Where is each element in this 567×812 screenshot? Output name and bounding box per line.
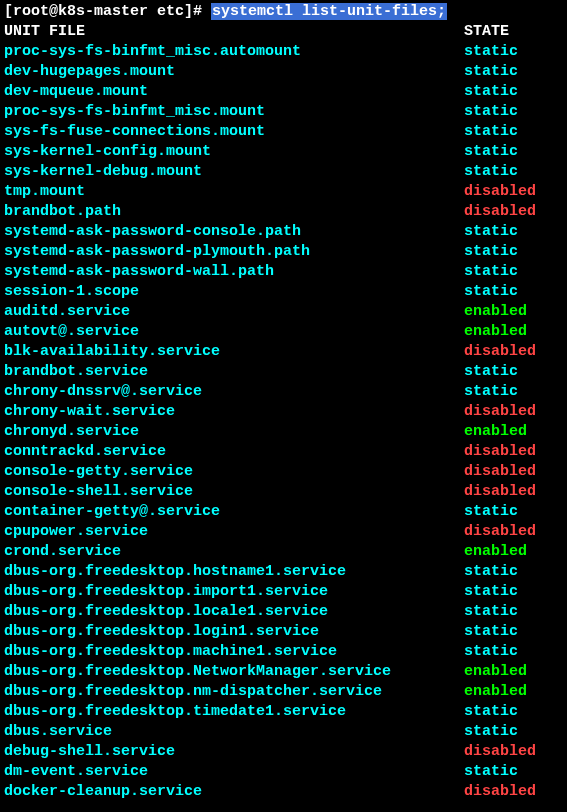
column-header-unit: UNIT FILE: [4, 22, 464, 42]
unit-file-row: cpupower.servicedisabled: [4, 522, 563, 542]
unit-file-row: console-getty.servicedisabled: [4, 462, 563, 482]
unit-file-state: disabled: [464, 742, 536, 762]
unit-file-name: dev-mqueue.mount: [4, 82, 464, 102]
shell-prompt: [root@k8s-master etc]#: [4, 3, 211, 20]
unit-file-state: enabled: [464, 682, 527, 702]
unit-file-row: crond.serviceenabled: [4, 542, 563, 562]
column-header-state: STATE: [464, 22, 509, 42]
unit-file-state: static: [464, 622, 518, 642]
unit-file-row: dbus-org.freedesktop.import1.servicestat…: [4, 582, 563, 602]
unit-file-state: static: [464, 702, 518, 722]
unit-file-row: systemd-ask-password-console.pathstatic: [4, 222, 563, 242]
unit-file-row: dbus-org.freedesktop.login1.servicestati…: [4, 622, 563, 642]
unit-file-state: static: [464, 222, 518, 242]
unit-file-state: static: [464, 642, 518, 662]
unit-file-state: enabled: [464, 302, 527, 322]
unit-file-name: crond.service: [4, 542, 464, 562]
unit-file-name: dbus-org.freedesktop.login1.service: [4, 622, 464, 642]
unit-file-name: conntrackd.service: [4, 442, 464, 462]
unit-file-name: systemd-ask-password-plymouth.path: [4, 242, 464, 262]
unit-file-name: container-getty@.service: [4, 502, 464, 522]
unit-file-name: auditd.service: [4, 302, 464, 322]
unit-file-name: dm-event.service: [4, 762, 464, 782]
unit-file-name: console-shell.service: [4, 482, 464, 502]
unit-file-name: chrony-wait.service: [4, 402, 464, 422]
unit-file-name: tmp.mount: [4, 182, 464, 202]
unit-file-state: static: [464, 602, 518, 622]
unit-file-row: docker-cleanup.servicedisabled: [4, 782, 563, 802]
unit-file-row: container-getty@.servicestatic: [4, 502, 563, 522]
unit-file-row: dm-event.servicestatic: [4, 762, 563, 782]
unit-file-name: dbus-org.freedesktop.timedate1.service: [4, 702, 464, 722]
unit-file-row: sys-fs-fuse-connections.mountstatic: [4, 122, 563, 142]
unit-file-row: dbus.servicestatic: [4, 722, 563, 742]
unit-file-state: static: [464, 62, 518, 82]
unit-file-row: debug-shell.servicedisabled: [4, 742, 563, 762]
unit-file-state: static: [464, 502, 518, 522]
unit-file-state: enabled: [464, 322, 527, 342]
shell-prompt-line: [root@k8s-master etc]# systemctl list-un…: [4, 2, 563, 22]
unit-file-name: sys-fs-fuse-connections.mount: [4, 122, 464, 142]
unit-file-name: session-1.scope: [4, 282, 464, 302]
unit-file-row: systemd-ask-password-plymouth.pathstatic: [4, 242, 563, 262]
unit-file-row: brandbot.pathdisabled: [4, 202, 563, 222]
unit-file-row: chronyd.serviceenabled: [4, 422, 563, 442]
unit-file-state: disabled: [464, 182, 536, 202]
unit-file-row: proc-sys-fs-binfmt_misc.mountstatic: [4, 102, 563, 122]
unit-file-list: proc-sys-fs-binfmt_misc.automountstaticd…: [4, 42, 563, 802]
unit-file-state: static: [464, 282, 518, 302]
unit-file-row: blk-availability.servicedisabled: [4, 342, 563, 362]
unit-file-state: static: [464, 382, 518, 402]
unit-file-name: proc-sys-fs-binfmt_misc.automount: [4, 42, 464, 62]
column-header-row: UNIT FILE STATE: [4, 22, 563, 42]
unit-file-state: static: [464, 262, 518, 282]
unit-file-row: sys-kernel-debug.mountstatic: [4, 162, 563, 182]
unit-file-state: static: [464, 122, 518, 142]
unit-file-name: dbus-org.freedesktop.import1.service: [4, 582, 464, 602]
unit-file-row: systemd-ask-password-wall.pathstatic: [4, 262, 563, 282]
unit-file-state: disabled: [464, 442, 536, 462]
unit-file-state: disabled: [464, 782, 536, 802]
unit-file-state: static: [464, 102, 518, 122]
unit-file-name: dev-hugepages.mount: [4, 62, 464, 82]
unit-file-state: static: [464, 582, 518, 602]
unit-file-name: brandbot.service: [4, 362, 464, 382]
unit-file-state: static: [464, 722, 518, 742]
unit-file-row: dbus-org.freedesktop.hostname1.servicest…: [4, 562, 563, 582]
unit-file-name: dbus.service: [4, 722, 464, 742]
unit-file-row: dbus-org.freedesktop.nm-dispatcher.servi…: [4, 682, 563, 702]
unit-file-state: enabled: [464, 662, 527, 682]
unit-file-name: dbus-org.freedesktop.locale1.service: [4, 602, 464, 622]
unit-file-state: disabled: [464, 402, 536, 422]
unit-file-name: sys-kernel-config.mount: [4, 142, 464, 162]
unit-file-name: dbus-org.freedesktop.hostname1.service: [4, 562, 464, 582]
unit-file-row: brandbot.servicestatic: [4, 362, 563, 382]
unit-file-name: dbus-org.freedesktop.machine1.service: [4, 642, 464, 662]
unit-file-name: systemd-ask-password-wall.path: [4, 262, 464, 282]
unit-file-state: static: [464, 82, 518, 102]
shell-command[interactable]: systemctl list-unit-files;: [211, 3, 447, 20]
unit-file-row: dev-mqueue.mountstatic: [4, 82, 563, 102]
unit-file-row: dbus-org.freedesktop.machine1.servicesta…: [4, 642, 563, 662]
unit-file-name: console-getty.service: [4, 462, 464, 482]
unit-file-state: disabled: [464, 202, 536, 222]
unit-file-state: static: [464, 762, 518, 782]
unit-file-state: disabled: [464, 342, 536, 362]
unit-file-row: dbus-org.freedesktop.timedate1.servicest…: [4, 702, 563, 722]
unit-file-name: chrony-dnssrv@.service: [4, 382, 464, 402]
unit-file-row: sys-kernel-config.mountstatic: [4, 142, 563, 162]
unit-file-state: enabled: [464, 542, 527, 562]
unit-file-name: blk-availability.service: [4, 342, 464, 362]
unit-file-row: dbus-org.freedesktop.locale1.servicestat…: [4, 602, 563, 622]
unit-file-state: static: [464, 142, 518, 162]
unit-file-name: proc-sys-fs-binfmt_misc.mount: [4, 102, 464, 122]
unit-file-row: autovt@.serviceenabled: [4, 322, 563, 342]
unit-file-row: tmp.mountdisabled: [4, 182, 563, 202]
unit-file-state: static: [464, 162, 518, 182]
unit-file-state: enabled: [464, 422, 527, 442]
unit-file-row: auditd.serviceenabled: [4, 302, 563, 322]
unit-file-row: proc-sys-fs-binfmt_misc.automountstatic: [4, 42, 563, 62]
unit-file-row: conntrackd.servicedisabled: [4, 442, 563, 462]
unit-file-name: dbus-org.freedesktop.NetworkManager.serv…: [4, 662, 464, 682]
unit-file-name: sys-kernel-debug.mount: [4, 162, 464, 182]
